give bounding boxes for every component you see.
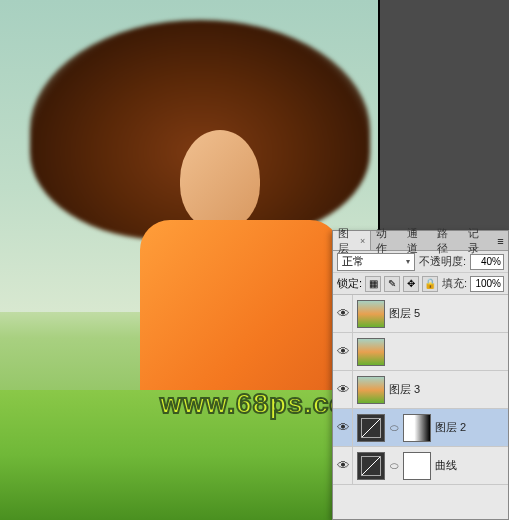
menu-glyph: ≡ (497, 235, 503, 247)
blend-opacity-row: 正常 ▾ 不透明度: 40% (333, 251, 508, 273)
canvas-empty-area (380, 0, 509, 230)
layers-panel: 图层 × 动作 通道 路径 记录 ≡ 正常 ▾ 不透明度: 40% 锁定: ▦ … (332, 230, 509, 520)
lock-move-icon[interactable]: ✥ (403, 276, 419, 292)
layer-name[interactable]: 图层 5 (389, 306, 506, 321)
visibility-eye-icon[interactable]: 👁 (335, 333, 353, 370)
layer-row[interactable]: 👁 ⬭ 图层 2 (333, 409, 508, 447)
visibility-eye-icon[interactable]: 👁 (335, 371, 353, 408)
blend-mode-value: 正常 (342, 254, 364, 269)
layer-row[interactable]: 👁 (333, 333, 508, 371)
layers-list: 👁 图层 5 👁 👁 图层 3 👁 ⬭ 图层 2 👁 ⬭ 曲线 (333, 295, 508, 519)
curves-thumbnail-icon[interactable] (357, 414, 385, 442)
layer-row[interactable]: 👁 ⬭ 曲线 (333, 447, 508, 485)
panel-tabs: 图层 × 动作 通道 路径 记录 ≡ (333, 231, 508, 251)
close-icon[interactable]: × (360, 236, 365, 246)
blend-mode-select[interactable]: 正常 ▾ (337, 253, 415, 271)
layer-thumbnail[interactable] (357, 376, 385, 404)
fill-label: 填充: (442, 276, 467, 291)
photo-face (180, 130, 260, 230)
tab-layers[interactable]: 图层 × (333, 231, 371, 250)
visibility-eye-icon[interactable]: 👁 (335, 295, 353, 332)
link-icon[interactable]: ⬭ (389, 452, 399, 480)
opacity-input[interactable]: 40% (470, 254, 504, 270)
layer-row[interactable]: 👁 图层 3 (333, 371, 508, 409)
layer-row[interactable]: 👁 图层 5 (333, 295, 508, 333)
link-icon[interactable]: ⬭ (389, 414, 399, 442)
layer-name[interactable]: 曲线 (435, 458, 506, 473)
lock-fill-row: 锁定: ▦ ✎ ✥ 🔒 填充: 100% (333, 273, 508, 295)
lock-transparent-icon[interactable]: ▦ (365, 276, 381, 292)
fill-input[interactable]: 100% (470, 276, 504, 292)
lock-brush-icon[interactable]: ✎ (384, 276, 400, 292)
tab-history[interactable]: 记录 (463, 231, 493, 250)
mask-thumbnail[interactable] (403, 452, 431, 480)
lock-all-icon[interactable]: 🔒 (422, 276, 438, 292)
visibility-eye-icon[interactable]: 👁 (335, 409, 353, 446)
tab-paths[interactable]: 路径 (432, 231, 462, 250)
visibility-eye-icon[interactable]: 👁 (335, 447, 353, 484)
layer-name[interactable]: 图层 3 (389, 382, 506, 397)
chevron-down-icon: ▾ (406, 257, 410, 266)
mask-thumbnail[interactable] (403, 414, 431, 442)
tab-channels[interactable]: 通道 (402, 231, 432, 250)
layer-name[interactable]: 图层 2 (435, 420, 506, 435)
panel-menu-icon[interactable]: ≡ (493, 235, 508, 247)
lock-label: 锁定: (337, 276, 362, 291)
layer-thumbnail[interactable] (357, 338, 385, 366)
layer-thumbnail[interactable] (357, 300, 385, 328)
curves-thumbnail-icon[interactable] (357, 452, 385, 480)
tab-actions[interactable]: 动作 (371, 231, 401, 250)
opacity-label: 不透明度: (419, 254, 466, 269)
